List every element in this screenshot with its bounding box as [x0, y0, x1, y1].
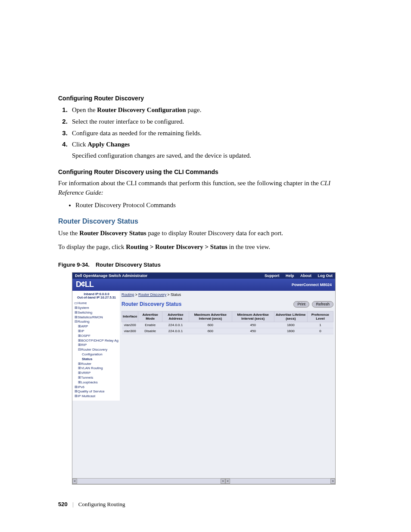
screenshot: Dell OpenManage Switch Administrator Sup… [72, 272, 336, 485]
tree-stats[interactable]: ⊞Statistics/RMON [74, 315, 119, 320]
step-1-bold: Router Discovery Configuration [97, 106, 186, 113]
tree-system[interactable]: ⊞System [74, 306, 119, 311]
bullet-rdp: Router Discovery Protocol Commands [75, 202, 353, 209]
crumb-rd[interactable]: Router Discovery [138, 292, 166, 297]
document-page: Configuring Router Discovery Open the Ro… [0, 0, 411, 532]
cell-mode: Disable [138, 328, 162, 334]
content-row: Inband IP:0.0.0.0 Out-of-band IP:10.27.5… [72, 291, 335, 401]
cell-addr: 224.0.0.1 [162, 328, 189, 334]
figure-number: Figure 9-34. [58, 261, 90, 268]
th-min-int: Minimum Advertise Interval (secs) [232, 311, 274, 322]
step-4-bold: Apply Changes [87, 141, 130, 148]
scroll-right-icon[interactable]: > [221, 479, 225, 484]
tree-home[interactable]: ▭Home [74, 301, 119, 306]
tree-rd-config[interactable]: Configuration [74, 352, 119, 357]
tree-ipv6[interactable]: ⊞IPv6 [74, 385, 119, 390]
rds-p2-bold: Routing > Router Discovery > Status [126, 243, 227, 250]
th-interface: Interface [122, 311, 138, 322]
crumb-routing[interactable]: Routing [121, 292, 134, 297]
right-panel: Routing > Router Discovery > Status Rout… [120, 291, 335, 401]
tree-rd-status[interactable]: Status [74, 357, 119, 362]
figure-title: Router Discovery Status [96, 261, 161, 268]
figure-caption: Figure 9-34.Router Discovery Status [58, 261, 353, 268]
table-row: vlan200 Enable 224.0.0.1 600 450 1800 1 [122, 322, 333, 328]
tree-ip[interactable]: ⊞IP [74, 329, 119, 334]
tree-routing[interactable]: ⊟Routing [74, 320, 119, 324]
oob-ip: Out-of-band IP:10.27.5.31 [74, 296, 119, 299]
page-footer: 520 | Configuring Routing [58, 501, 125, 508]
link-support[interactable]: Support [265, 274, 280, 278]
tree-qos[interactable]: ⊞Quality of Service [74, 389, 119, 394]
link-logout[interactable]: Log Out [318, 274, 333, 278]
link-about[interactable]: About [300, 274, 311, 278]
cell-addr: 224.0.0.1 [162, 322, 189, 328]
page-number: 520 [58, 501, 68, 507]
cell-max: 600 [189, 322, 232, 328]
nav-tree: ▭Home ⊞System ⊞Switching ⊞Statistics/RMO… [74, 301, 119, 399]
footer-divider: | [72, 501, 74, 507]
tree-loop[interactable]: ⊞Loopbacks [74, 380, 119, 385]
cell-iface: vlan200 [122, 322, 138, 328]
scroll-left-icon[interactable]: < [225, 479, 230, 484]
heading-config-rd: Configuring Router Discovery [58, 95, 353, 102]
th-lifetime: Advertise Lifetime (secs) [274, 311, 307, 322]
th-pref: Preference Level [307, 311, 333, 322]
tree-arp[interactable]: ⊞ARP [74, 324, 119, 329]
cell-life: 1800 [274, 322, 307, 328]
link-help[interactable]: Help [286, 274, 294, 278]
refresh-button[interactable]: Refresh [312, 301, 333, 308]
tree-ospf[interactable]: ⊞OSPF [74, 334, 119, 339]
section-name: Configuring Routing [78, 501, 125, 507]
rds-p1-post: page to display Router Discovery data fo… [146, 230, 283, 236]
step-3: Configure data as needed for the remaini… [69, 128, 353, 138]
scroll-left-icon[interactable]: < [72, 479, 77, 484]
topbar: Dell OpenManage Switch Administrator Sup… [72, 273, 335, 279]
cell-life: 1800 [274, 328, 307, 334]
tree-ipm[interactable]: ⊞IP Multicast [74, 394, 119, 399]
cell-min: 450 [232, 328, 274, 334]
rds-p2-post: in the tree view. [227, 243, 270, 250]
tree-rip[interactable]: ⊞RIP [74, 343, 119, 348]
cell-mode: Enable [138, 322, 162, 328]
steps-list: Open the Router Discovery Configuration … [58, 105, 353, 161]
th-adv-addr: Advertise Address [162, 311, 189, 322]
cli-para: For information about the CLI commands t… [58, 179, 353, 198]
cli-para-pre: For information about the CLI commands t… [58, 180, 321, 187]
tree-tunnels[interactable]: ⊞Tunnels [74, 376, 119, 380]
step-1-post: page. [186, 106, 202, 113]
step-1-pre: Open the [72, 106, 97, 113]
rds-p1-bold: Router Discovery Status [79, 230, 146, 236]
th-max-int: Maximum Advertise Interval (secs) [189, 311, 232, 322]
hscrollbar[interactable]: < > < > [72, 478, 335, 484]
left-panel: Inband IP:0.0.0.0 Out-of-band IP:10.27.5… [72, 291, 120, 401]
scroll-right-icon[interactable]: > [330, 479, 335, 484]
th-adv-mode: Advertise Mode [138, 311, 162, 322]
cell-pref: 1 [307, 322, 333, 328]
topbar-links: Support Help About Log Out [259, 274, 333, 278]
tree-bootp[interactable]: ⊞BOOTP/DHCP Relay Ag [74, 339, 119, 343]
rds-para1: Use the Router Discovery Status page to … [58, 229, 353, 238]
cell-pref: 0 [307, 328, 333, 334]
step-4: Click Apply Changes Specified configurat… [69, 140, 353, 161]
print-button[interactable]: Print [293, 301, 309, 308]
tree-vrrp[interactable]: ⊞VRRP [74, 371, 119, 376]
tree-switching[interactable]: ⊞Switching [74, 311, 119, 315]
step-2: Select the router interface to be config… [69, 117, 353, 127]
cell-max: 600 [189, 328, 232, 334]
step-4-postline: Specified configuration changes are save… [72, 151, 353, 161]
cell-min: 450 [232, 322, 274, 328]
table-row: vlan300 Disable 224.0.0.1 600 450 1800 0 [122, 328, 333, 334]
crumb-status: Status [171, 292, 181, 297]
step-4-pre: Click [72, 141, 87, 148]
product-name: PowerConnect M8024 [292, 283, 332, 287]
step-1: Open the Router Discovery Configuration … [69, 105, 353, 115]
status-table: Interface Advertise Mode Advertise Addre… [121, 311, 333, 334]
brandbar: D¢LL PowerConnect M8024 [72, 279, 335, 291]
tree-router[interactable]: ⊞Router [74, 362, 119, 367]
tree-rd[interactable]: ⊟Router Discovery [74, 348, 119, 352]
heading-rds: Router Discovery Status [58, 218, 353, 225]
tree-vlanr[interactable]: ⊞VLAN Routing [74, 366, 119, 371]
cli-bullet-list: Router Discovery Protocol Commands [58, 202, 353, 209]
topbar-title: Dell OpenManage Switch Administrator [75, 274, 147, 278]
dell-logo: D¢LL [76, 280, 93, 289]
